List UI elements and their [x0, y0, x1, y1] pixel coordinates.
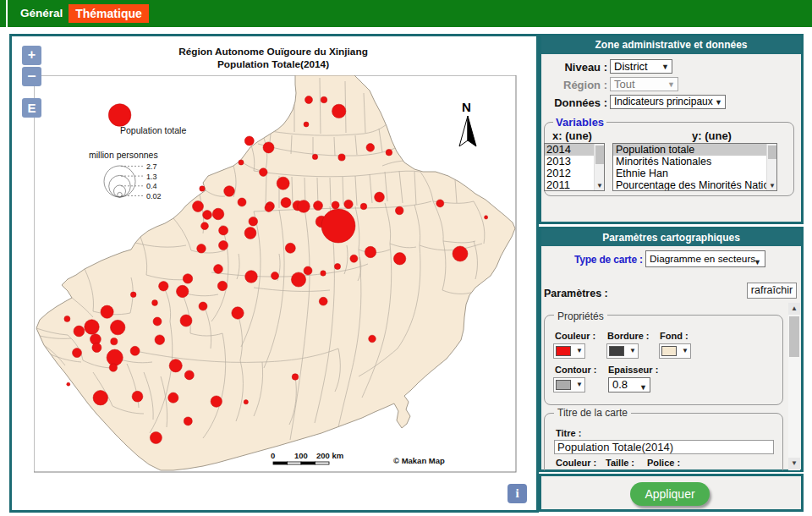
svg-text:0.4: 0.4 — [146, 182, 157, 190]
svg-text:N: N — [462, 100, 471, 114]
svg-text:2.7: 2.7 — [146, 162, 157, 171]
svg-text:0: 0 — [271, 451, 275, 460]
svg-text:© Makan Map: © Makan Map — [393, 456, 445, 465]
svg-text:million personnes: million personnes — [89, 150, 158, 160]
svg-text:1.3: 1.3 — [146, 173, 157, 181]
svg-text:200 km: 200 km — [316, 451, 343, 460]
svg-text:0.02: 0.02 — [146, 192, 162, 200]
svg-text:100: 100 — [294, 451, 308, 460]
svg-text:Population totale: Population totale — [120, 125, 186, 135]
